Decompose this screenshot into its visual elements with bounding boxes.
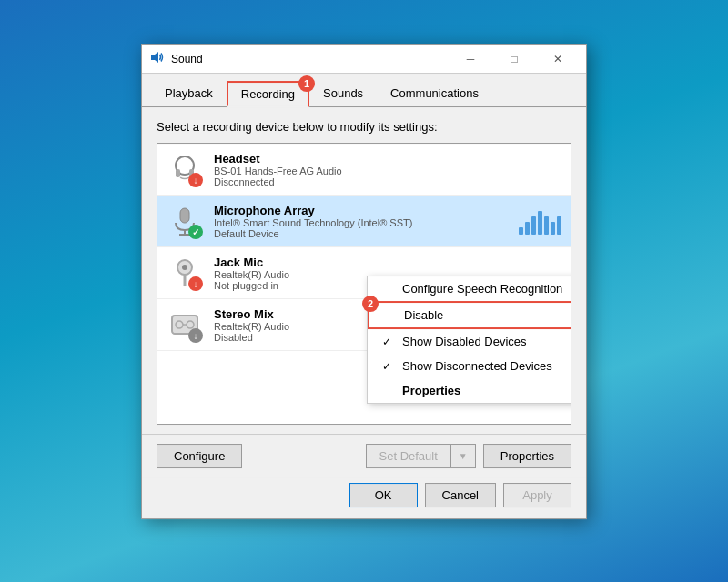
tab-recording[interactable]: Recording 1: [227, 81, 309, 107]
svg-rect-2: [176, 169, 180, 177]
device-icon-stereo: ↓: [167, 306, 203, 343]
level-bars: [519, 207, 561, 235]
level-bar-7: [557, 216, 561, 235]
context-properties[interactable]: Properties: [368, 378, 571, 403]
dialog-footer-row2: OK Cancel Apply: [142, 477, 586, 518]
device-icon-microphone: ✓: [167, 203, 203, 239]
apply-button[interactable]: Apply: [503, 483, 571, 507]
set-default-button[interactable]: Set Default: [367, 445, 451, 467]
instruction-text: Select a recording device below to modif…: [157, 120, 571, 134]
svg-rect-4: [180, 208, 189, 223]
context-number-2: 2: [362, 296, 379, 312]
device-microphone[interactable]: ✓ Microphone Array Intel® Smart Sound Te…: [157, 196, 571, 247]
ok-button[interactable]: OK: [349, 483, 418, 507]
configure-button[interactable]: Configure: [157, 444, 242, 468]
level-bar-5: [544, 216, 549, 235]
level-bar-2: [525, 222, 530, 235]
cancel-button[interactable]: Cancel: [425, 483, 496, 507]
dialog-icon: [149, 50, 164, 67]
jack-status-badge: ↓: [188, 276, 203, 291]
sound-dialog: Sound ─ □ ✕ Playback Recording 1 Sounds …: [141, 44, 587, 519]
level-bar-6: [551, 222, 555, 235]
tabs-bar: Playback Recording 1 Sounds Communicatio…: [142, 74, 586, 107]
device-list[interactable]: ↓ Headset BS-01 Hands-Free AG Audio Disc…: [157, 143, 571, 425]
svg-marker-0: [151, 52, 158, 63]
tab-sounds[interactable]: Sounds: [309, 81, 377, 107]
properties-button[interactable]: Properties: [483, 444, 571, 468]
device-icon-jack: ↓: [167, 255, 203, 291]
level-bar-3: [531, 216, 536, 235]
tab-communications[interactable]: Communications: [377, 81, 492, 107]
close-button[interactable]: ✕: [537, 45, 579, 73]
microphone-info: Microphone Array Intel® Smart Sound Tech…: [214, 204, 508, 239]
device-icon-headset: ↓: [167, 151, 203, 187]
context-configure[interactable]: Configure Speech Recognition: [368, 276, 571, 301]
stereo-status-badge: ↓: [188, 328, 203, 343]
microphone-status-badge: ✓: [188, 225, 203, 239]
set-default-group: Set Default ▼: [366, 444, 476, 468]
context-menu: Configure Speech Recognition 2 Disable ✓…: [367, 276, 571, 404]
svg-point-9: [182, 265, 187, 270]
device-headset[interactable]: ↓ Headset BS-01 Hands-Free AG Audio Disc…: [157, 144, 571, 196]
context-show-disabled[interactable]: ✓ Show Disabled Devices: [368, 329, 571, 354]
context-show-disconnected[interactable]: ✓ Show Disconnected Devices: [368, 354, 571, 378]
maximize-button[interactable]: □: [493, 45, 535, 73]
dialog-title: Sound: [171, 53, 442, 65]
minimize-button[interactable]: ─: [450, 45, 491, 73]
tab-playback[interactable]: Playback: [151, 81, 227, 107]
set-default-arrow[interactable]: ▼: [451, 445, 475, 467]
title-bar: Sound ─ □ ✕: [142, 45, 586, 74]
context-disable[interactable]: 2 Disable: [368, 301, 571, 329]
level-bar-1: [519, 227, 523, 235]
headset-info: Headset BS-01 Hands-Free AG Audio Discon…: [214, 152, 561, 187]
level-bar-4: [538, 211, 542, 235]
headset-status-badge: ↓: [188, 173, 203, 187]
dialog-footer-row1: Configure Set Default ▼ Properties: [142, 434, 586, 477]
dialog-wrapper: Sound ─ □ ✕ Playback Recording 1 Sounds …: [141, 44, 587, 519]
title-bar-controls: ─ □ ✕: [450, 45, 579, 73]
dialog-content: Select a recording device below to modif…: [142, 107, 586, 434]
tab-number-1: 1: [298, 75, 315, 92]
